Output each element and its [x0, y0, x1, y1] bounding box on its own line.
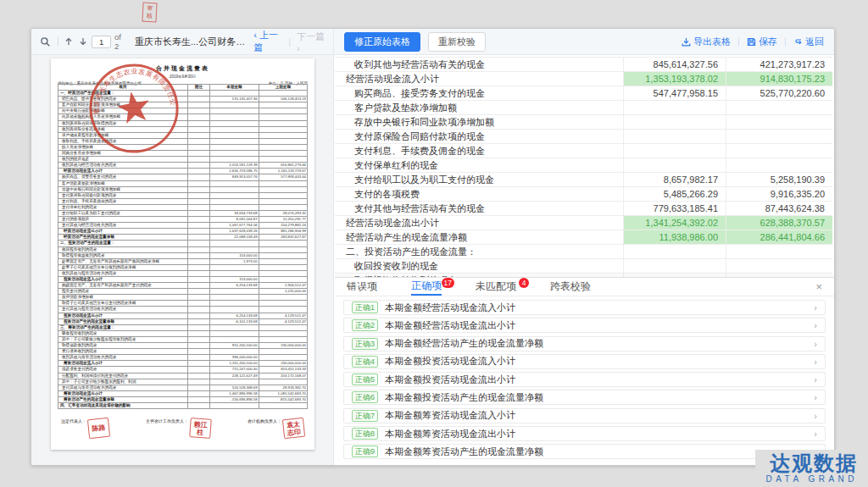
pdf-row-label: 二、投资活动产生的现金流量：	[58, 241, 188, 246]
list-item[interactable]: 正确4本期金额投资活动现金流入小计›	[343, 354, 826, 369]
zoom-icon[interactable]	[39, 35, 51, 48]
pdf-table-row: 筹资活动现金流出小计1,467,896,996.581,085,542,683.…	[58, 390, 308, 396]
table-row[interactable]: 收到其他与经营活动有关的现金845,614,327.56421,273,917.…	[335, 58, 832, 72]
table-row[interactable]: 二、投资活动产生的现金流量：	[335, 245, 832, 259]
pdf-table-row: 存放中央银行和同业款项净增加额	[58, 186, 308, 192]
pdf-row-current: 1,467,896,996.58	[210, 390, 259, 396]
table-row[interactable]: 支付原保险合同赔付款项的现金	[335, 130, 832, 144]
row-prior-amount: 9,916,335.20	[726, 187, 832, 201]
pdf-row-prior	[259, 120, 307, 126]
pdf-row-prior	[259, 157, 307, 163]
pdf-row-note	[187, 324, 209, 330]
pdf-table-row: 客户贷款及垫款净增加额	[58, 180, 308, 186]
fix-table-button[interactable]: 修正原始表格	[344, 32, 420, 52]
pdf-row-current	[210, 270, 259, 276]
pdf-table-row: 投资支付的现金1,225,000.00	[58, 289, 308, 295]
row-prior-amount: 87,443,624.38	[726, 202, 832, 215]
logo-en-text: DATA GRAND	[765, 474, 858, 484]
row-label: 经营活动现金流入小计	[335, 72, 623, 86]
save-icon	[747, 37, 756, 47]
recheck-button[interactable]: 重新校验	[428, 32, 486, 52]
pdf-table-row: 支付其他与经营活动有关的现金1,067,677,764.06254,279,88…	[58, 223, 308, 229]
list-item[interactable]: 正确7本期金额筹资活动现金流入小计›	[343, 408, 826, 423]
page-input[interactable]	[92, 36, 111, 48]
toolbar-divider	[58, 36, 58, 47]
table-row[interactable]: 经营活动产生的现金流量净额11,938,986.00286,441,804.66	[335, 230, 832, 245]
pdf-row-note	[187, 223, 209, 229]
pdf-row-prior: 230,000,000.00	[259, 361, 307, 367]
list-item[interactable]: 正确6本期金额投资活动产生的现金流量净额›	[343, 390, 826, 405]
table-row[interactable]: 购买商品、接受劳务支付的现金547,477,958.15525,770,220.…	[335, 86, 832, 101]
row-label: 支付保单红利的现金	[335, 158, 623, 172]
item-status-tag: 正确3	[352, 338, 378, 350]
table-row[interactable]: 经营活动现金流出小计1,341,254,392.02628,388,370.57	[335, 216, 832, 230]
pdf-page[interactable]: 合并现金流量表 2019年9月30日 编制单位：重庆市长寿生态农业发展有限责任公…	[51, 58, 314, 450]
row-label: 支付利息、手续费及佣金的现金	[335, 144, 623, 158]
tab-crosscheck[interactable]: 跨表校验	[550, 278, 591, 296]
table-row[interactable]: 支付的各项税费5,485,266.299,916,335.20	[335, 187, 832, 202]
next-document-link[interactable]: 下一篇 ›	[297, 30, 326, 53]
datagrand-logo: 达观数据 DATA GRAND	[755, 450, 859, 485]
table-row[interactable]: 客户贷款及垫款净增加额	[335, 101, 832, 115]
tab-label: 跨表校验	[550, 279, 591, 294]
row-label: 收到其他与经营活动有关的现金	[335, 58, 623, 71]
pdf-row-prior	[259, 192, 307, 198]
list-item[interactable]: 正确5本期金额投资活动现金流出小计›	[343, 372, 826, 387]
pdf-row-current: 33,634,733.68	[210, 210, 259, 216]
pdf-row-prior	[259, 277, 307, 283]
pdf-row-label: 支付的各项税费	[58, 217, 188, 223]
pdf-row-current	[210, 289, 259, 295]
list-item[interactable]: 正确9本期金额筹资活动产生的现金流量净额›	[343, 444, 826, 459]
pdf-row-current: 1,637,628,039.26	[210, 229, 259, 235]
table-row[interactable]: 支付保单红利的现金	[335, 158, 832, 173]
table-row[interactable]: 收回投资收到的现金	[335, 259, 832, 274]
pdf-row-note	[187, 97, 209, 102]
tab-unmatched[interactable]: 未匹配项4	[476, 278, 516, 296]
document-filename: 重庆市长寿生...公司财务报表.pdf	[135, 36, 253, 48]
signature-seal: 赖江柱	[189, 418, 212, 439]
page-down-icon[interactable]	[77, 35, 89, 48]
tab-errors[interactable]: 错误项	[347, 278, 377, 296]
back-link[interactable]: 返回	[793, 36, 824, 48]
pdf-row-prior	[259, 241, 307, 246]
pdf-table-row: 处置子公司及其他营业单位收到的现金净额	[58, 264, 308, 270]
pdf-row-note	[187, 336, 209, 342]
pdf-row-current: 1,973.00	[210, 258, 259, 264]
pdf-row-current: 570,135,457.36	[210, 97, 259, 102]
pdf-row-prior	[259, 270, 307, 276]
page-up-icon[interactable]	[63, 35, 75, 48]
pdf-table-row: 取得借款收到的现金915,200,100.00230,000,000.00	[58, 343, 308, 349]
list-item[interactable]: 正确2本期金额经营活动现金流出小计›	[343, 318, 826, 333]
pdf-row-prior	[259, 307, 307, 313]
row-prior-amount	[726, 245, 832, 258]
table-row[interactable]: 存放中央银行和同业款项净增加额	[335, 115, 832, 130]
pdf-row-prior: 11,250,291.77	[259, 217, 307, 223]
pdf-row-prior	[259, 295, 307, 301]
pdf-table-row: 投资活动现金流入小计153,000.00	[58, 277, 308, 283]
export-table-link[interactable]: 导出表格	[682, 36, 731, 48]
table-row[interactable]: 支付其他与经营活动有关的现金779,633,185.4187,443,624.3…	[335, 202, 832, 216]
close-icon[interactable]: ×	[815, 278, 822, 296]
row-current-amount	[623, 144, 726, 158]
table-row[interactable]: 支付利息、手续费及佣金的现金	[335, 144, 832, 158]
tab-correct[interactable]: 正确项17	[411, 278, 442, 296]
pdf-row-current	[210, 120, 259, 126]
pdf-row-current: -156,696,896.58	[210, 396, 259, 402]
row-label: 存放中央银行和同业款项净增加额	[335, 115, 623, 129]
table-row[interactable]: 经营活动现金流入小计1,353,193,378.02914,830,175.23	[335, 72, 832, 86]
pdf-row-note	[187, 252, 209, 258]
list-item[interactable]: 正确3本期金额经营活动产生的现金流量净额›	[343, 336, 826, 351]
save-link[interactable]: 保存	[747, 36, 777, 48]
table-row[interactable]: 支付给职工以及为职工支付的现金8,657,982.175,258,190.39	[335, 173, 832, 187]
list-item[interactable]: 正确8本期金额筹资活动现金流出小计›	[343, 426, 826, 441]
row-prior-amount: 5,258,190.39	[726, 173, 832, 186]
pdf-row-current	[210, 307, 259, 313]
pdf-table-row: 支付的各项税费8,091,564.8711,250,291.77	[58, 217, 308, 223]
link-divider	[785, 37, 786, 47]
pdf-table-row: 取得投资收益收到的现金153,000.00	[58, 252, 308, 258]
list-item[interactable]: 正确1本期金额经营活动现金流入小计›	[343, 300, 826, 315]
pdf-row-note	[187, 396, 209, 402]
row-current-amount	[623, 101, 726, 114]
pdf-table-row: 经营活动现金流出小计1,637,628,039.26881,286,906.99	[58, 229, 308, 235]
prev-document-link[interactable]: ‹ 上一篇	[253, 29, 282, 54]
